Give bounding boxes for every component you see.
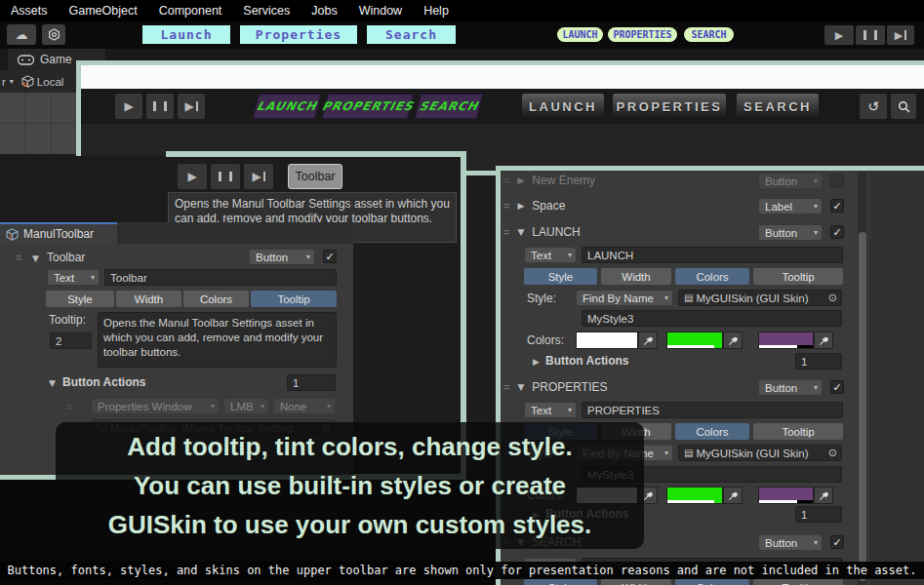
version-control-button[interactable] [42,24,65,45]
item-type-dropdown[interactable]: Button ▾ [758,379,823,396]
preview-pause-button[interactable] [211,164,240,189]
slant-properties-button[interactable]: PROPERTIES [322,94,414,119]
object-picker-icon[interactable]: ⊙ [828,448,837,458]
drag-handle-icon[interactable]: = [503,200,509,212]
tab-tooltip[interactable]: Tooltip [251,291,337,307]
drag-handle-icon[interactable]: = [503,175,509,186]
actions-count-field[interactable]: 1 [795,353,842,370]
tab-width[interactable]: Width [601,579,671,585]
eyedropper-button[interactable] [814,487,833,504]
actions-count-field[interactable]: 1 [287,374,336,391]
tab-tooltip[interactable]: Tooltip [753,423,843,440]
item-enabled-checkbox[interactable] [830,174,844,187]
pill-search-button[interactable]: SEARCH [684,27,734,42]
eyedropper-button[interactable] [638,332,658,349]
pause-button[interactable] [856,25,885,45]
demo-pause-button[interactable] [146,94,174,119]
color-swatch[interactable] [576,332,638,349]
preview-play-button[interactable]: ▶ [178,164,207,189]
item-type-dropdown[interactable]: Button ▾ [758,173,823,189]
tooltip-lines-field[interactable]: 2 [50,332,92,349]
drag-handle-icon[interactable]: = [503,381,509,393]
item-enabled-checkbox[interactable]: ✓ [830,225,844,239]
foldout-closed-icon[interactable]: ▶ [517,201,524,211]
item-enabled-checkbox[interactable]: ✓ [830,380,844,394]
tab-style[interactable]: Style [524,268,597,285]
color-swatch-hover[interactable] [666,332,743,349]
item-type-dropdown[interactable]: Button ▾ [758,534,823,551]
tab-colors[interactable]: Colors [675,579,749,585]
actions-count-field[interactable]: 1 [795,506,842,523]
step-button[interactable]: ▶ [887,25,914,45]
style-name-field[interactable]: MyStyle3 [582,310,842,327]
toolbar-properties-button[interactable]: Properties [240,25,357,44]
color-swatch[interactable] [758,487,814,504]
tab-width[interactable]: Width [116,291,181,307]
color-swatch[interactable] [758,332,814,349]
menu-help[interactable]: Help [413,4,460,18]
action-mouse-dropdown[interactable]: LMB ▾ [223,398,269,414]
history-button[interactable]: ↺ [860,94,887,119]
cloud-button[interactable]: ☁ [7,24,36,45]
flat-properties-button[interactable]: PROPERTIES [613,94,726,119]
tab-tooltip[interactable]: Tooltip [753,579,843,585]
tab-width[interactable]: Width [601,268,671,285]
tab-style[interactable]: Style [46,291,114,307]
foldout-closed-icon[interactable]: ▶ [517,176,524,185]
pill-launch-button[interactable]: LAUNCH [557,27,603,42]
button-actions-label[interactable]: Button Actions [62,375,146,389]
drag-handle-icon[interactable]: = [66,401,72,412]
text-mode-dropdown[interactable]: Text ▾ [47,269,100,286]
skin-object-field[interactable]: ▤ MyGUISkin (GUI Skin) ⊙ [678,445,842,461]
foldout-open-icon[interactable]: ▼ [517,382,524,392]
button-actions-label[interactable]: Button Actions [545,354,629,368]
menu-window[interactable]: Window [348,4,413,18]
skin-object-field[interactable]: ▤ MyGUISkin (GUI Skin) ⊙ [678,290,842,306]
play-button[interactable]: ▶ [824,25,854,45]
slant-search-button[interactable]: SEARCH [415,94,483,119]
demo-play-button[interactable]: ▶ [115,94,142,119]
object-picker-icon[interactable]: ⊙ [828,292,837,303]
menu-services[interactable]: Services [232,4,301,18]
tab-colors[interactable]: Colors [183,291,249,307]
tab-tooltip[interactable]: Tooltip [753,268,843,285]
tab-colors[interactable]: Colors [675,268,749,285]
color-swatch-active[interactable] [758,332,833,349]
flat-search-button[interactable]: SEARCH [737,94,819,119]
grid-cell[interactable] [0,124,24,154]
color-swatch-normal[interactable] [576,332,658,349]
item-enabled-checkbox[interactable]: ✓ [830,199,844,213]
flat-launch-button[interactable]: LAUNCH [522,94,604,119]
dropdown-fragment[interactable]: r [2,76,6,88]
search-icon-button[interactable] [891,94,916,119]
color-swatch[interactable] [666,332,723,349]
grid-cell[interactable] [52,124,76,154]
eyedropper-button[interactable] [723,332,743,349]
action-modifier-dropdown[interactable]: None ▾ [273,398,336,414]
pill-properties-button[interactable]: PROPERTIES [608,27,677,42]
find-mode-dropdown[interactable]: Find By Name ▾ [576,290,673,306]
menu-jobs[interactable]: Jobs [301,4,347,18]
grid-cell[interactable] [52,93,76,123]
foldout-open-icon[interactable]: ▼ [49,378,56,388]
color-swatch-hover[interactable] [666,487,743,504]
item-name[interactable]: New Enemy [532,174,595,187]
action-window-dropdown[interactable]: Properties Window ▾ [91,398,220,414]
enabled-checkbox[interactable]: ✓ [323,250,337,263]
foldout-open-icon[interactable]: ▼ [32,254,39,263]
foldout-open-icon[interactable]: ▼ [517,227,524,237]
type-dropdown[interactable]: Button ▾ [249,249,315,265]
tab-manultoolbar[interactable]: { ManulToolbar [0,222,117,244]
item-name[interactable]: LAUNCH [532,225,580,239]
tooltip-text-area[interactable]: Opens the Manul Toolbar Settings asset i… [98,312,337,368]
drag-handle-icon[interactable]: = [503,226,509,238]
color-swatch-active[interactable] [758,487,833,504]
button-text-field[interactable]: Toolbar [104,269,337,286]
toolbar-foldout-label[interactable]: Toolbar [47,251,85,264]
item-type-dropdown[interactable]: Button ▾ [758,224,823,241]
menu-gameobject[interactable]: GameObject [59,4,148,18]
drag-handle-icon[interactable]: = [16,252,21,263]
preview-toolbar-button[interactable]: Toolbar [288,164,342,189]
item-name[interactable]: PROPERTIES [532,380,607,394]
text-mode-dropdown[interactable]: Text ▾ [524,402,577,418]
